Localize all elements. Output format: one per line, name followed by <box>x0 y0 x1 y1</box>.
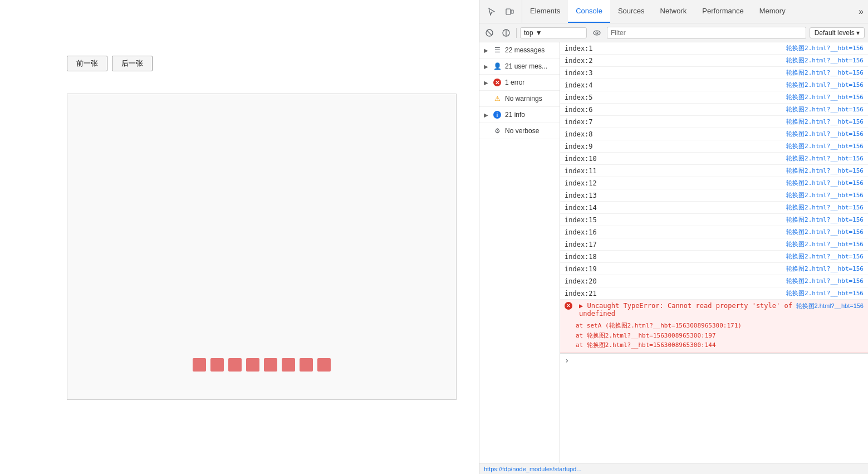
dot-3[interactable] <box>228 358 242 372</box>
eye-icon[interactable] <box>590 26 604 40</box>
log-row-1: index:1 轮换图2.html?__hbt=156 <box>560 42 868 55</box>
log-row-5: index:5 轮换图2.html?__hbt=156 <box>560 91 868 104</box>
tab-sources[interactable]: Sources <box>610 0 653 23</box>
log-index: index:14 <box>565 204 598 212</box>
status-url[interactable]: https://fdp/node_modules/startupd... <box>484 466 582 472</box>
log-source[interactable]: 轮换图2.html?__hbt=156 <box>786 240 864 248</box>
log-index: index:16 <box>565 228 598 236</box>
more-tabs-icon[interactable]: » <box>854 7 868 17</box>
tab-performance[interactable]: Performance <box>694 0 751 23</box>
dot-7[interactable] <box>300 358 313 372</box>
info-label: 21 info <box>505 111 525 119</box>
levels-button[interactable]: Default levels ▾ <box>810 27 865 38</box>
dot-2[interactable] <box>210 358 224 372</box>
log-source[interactable]: 轮换图2.html?__hbt=156 <box>786 105 864 114</box>
log-row-20: index:20 轮换图2.html?__hbt=156 <box>560 275 868 287</box>
stop-icon[interactable] <box>499 26 513 40</box>
log-source[interactable]: 轮换图2.html?__hbt=156 <box>786 252 864 261</box>
sidebar-item-verbose[interactable]: ⚙ No verbose <box>479 123 560 139</box>
device-icon[interactable] <box>502 4 517 19</box>
tab-memory[interactable]: Memory <box>752 0 793 23</box>
console-sidebar: ▶ ☰ 22 messages ▶ 👤 21 user mes... ▶ ✕ 1… <box>479 42 560 463</box>
log-source[interactable]: 轮换图2.html?__hbt=156 <box>786 228 864 236</box>
log-source[interactable]: 轮换图2.html?__hbt=156 <box>786 130 864 138</box>
log-source[interactable]: 轮换图2.html?__hbt=156 <box>786 203 864 212</box>
sidebar-item-all-messages[interactable]: ▶ ☰ 22 messages <box>479 42 560 58</box>
tab-elements[interactable]: Elements <box>522 0 568 23</box>
log-row-19: index:19 轮换图2.html?__hbt=156 <box>560 263 868 275</box>
dot-4[interactable] <box>246 358 259 372</box>
arrow-icon: ▶ <box>484 80 489 86</box>
log-index: index:12 <box>565 179 598 187</box>
dot-8[interactable] <box>317 358 331 372</box>
log-source[interactable]: 轮换图2.html?__hbt=156 <box>786 167 864 175</box>
console-log: index:1 轮换图2.html?__hbt=156 index:2 轮换图2… <box>560 42 868 463</box>
log-row-17: index:17 轮换图2.html?__hbt=156 <box>560 238 868 251</box>
clear-console-icon[interactable] <box>483 26 496 40</box>
dot-5[interactable] <box>264 358 277 372</box>
log-row-8: index:8 轮换图2.html?__hbt=156 <box>560 128 868 140</box>
log-source[interactable]: 轮换图2.html?__hbt=156 <box>786 265 864 273</box>
log-source[interactable]: 轮换图2.html?__hbt=156 <box>786 154 864 163</box>
log-index: index:15 <box>565 216 598 224</box>
sidebar-item-warnings[interactable]: ⚠ No warnings <box>479 91 560 107</box>
verbose-icon: ⚙ <box>493 126 502 135</box>
tab-console[interactable]: Console <box>568 0 610 23</box>
console-body: ▶ ☰ 22 messages ▶ 👤 21 user mes... ▶ ✕ 1… <box>479 42 868 463</box>
filter-input[interactable] <box>607 27 806 39</box>
cursor-icon[interactable] <box>484 4 499 19</box>
console-prompt[interactable]: › <box>560 353 868 367</box>
log-index: index:8 <box>565 130 598 138</box>
context-label: top <box>524 29 533 37</box>
log-index: index:21 <box>565 290 598 297</box>
sidebar-item-user-messages[interactable]: ▶ 👤 21 user mes... <box>479 58 560 75</box>
warning-icon: ⚠ <box>493 94 502 103</box>
log-index: index:5 <box>565 94 598 101</box>
prev-button[interactable]: 前一张 <box>67 56 107 71</box>
devtools-tabs: Elements Console Sources Network Perform… <box>479 0 868 23</box>
log-source[interactable]: 轮换图2.html?__hbt=156 <box>786 142 864 150</box>
log-row-2: index:2 轮换图2.html?__hbt=156 <box>560 55 868 67</box>
status-bar: https://fdp/node_modules/startupd... <box>479 463 868 474</box>
errors-label: 1 error <box>505 79 524 86</box>
log-index: index:4 <box>565 81 598 89</box>
arrow-spacer <box>484 128 489 134</box>
log-source[interactable]: 轮换图2.html?__hbt=156 <box>786 289 864 297</box>
log-index: index:6 <box>565 106 598 114</box>
error-main-row[interactable]: ✕ ▶ Uncaught TypeError: Cannot read prop… <box>560 300 868 320</box>
log-source[interactable]: 轮换图2.html?__hbt=156 <box>786 56 864 65</box>
context-selector[interactable]: top ▼ <box>520 27 587 38</box>
log-source[interactable]: 轮换图2.html?__hbt=156 <box>786 93 864 101</box>
log-index: index:11 <box>565 167 598 175</box>
log-row-9: index:9 轮换图2.html?__hbt=156 <box>560 140 868 153</box>
toolbar-divider-1 <box>516 28 517 38</box>
info-circle-icon: i <box>493 110 502 119</box>
error-source-link[interactable]: 轮换图2.html?__hbt=156 <box>796 302 864 310</box>
svg-point-6 <box>594 31 600 35</box>
carousel-dots <box>193 358 331 372</box>
log-row-13: index:13 轮换图2.html?__hbt=156 <box>560 189 868 202</box>
nav-buttons: 前一张 后一张 <box>67 56 153 71</box>
log-source[interactable]: 轮换图2.html?__hbt=156 <box>786 277 864 285</box>
log-source[interactable]: 轮换图2.html?__hbt=156 <box>786 216 864 224</box>
log-index: index:3 <box>565 69 598 77</box>
log-source[interactable]: 轮换图2.html?__hbt=156 <box>786 69 864 77</box>
log-source[interactable]: 轮换图2.html?__hbt=156 <box>786 191 864 199</box>
sidebar-item-info[interactable]: ▶ i 21 info <box>479 107 560 123</box>
error-block: ✕ ▶ Uncaught TypeError: Cannot read prop… <box>560 300 868 353</box>
next-button[interactable]: 后一张 <box>112 56 153 71</box>
dot-1[interactable] <box>193 358 206 372</box>
log-source[interactable]: 轮换图2.html?__hbt=156 <box>786 44 864 52</box>
sidebar-item-errors[interactable]: ▶ ✕ 1 error <box>479 75 560 91</box>
warnings-label: No warnings <box>505 95 542 102</box>
dot-6[interactable] <box>282 358 295 372</box>
arrow-icon: ▶ <box>484 63 489 70</box>
console-toolbar: top ▼ Default levels ▾ <box>479 23 868 42</box>
log-source[interactable]: 轮换图2.html?__hbt=156 <box>786 81 864 89</box>
log-source[interactable]: 轮换图2.html?__hbt=156 <box>786 179 864 187</box>
tab-network[interactable]: Network <box>653 0 695 23</box>
log-row-21: index:21 轮换图2.html?__hbt=156 <box>560 287 868 300</box>
log-source[interactable]: 轮换图2.html?__hbt=156 <box>786 118 864 126</box>
log-index: index:17 <box>565 241 598 248</box>
svg-point-7 <box>596 32 598 34</box>
